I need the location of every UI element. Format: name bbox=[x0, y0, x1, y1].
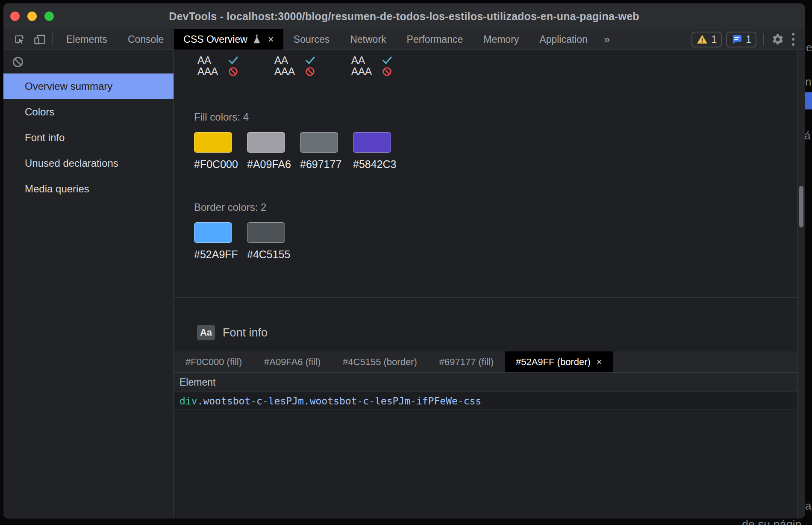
tab-elements[interactable]: Elements bbox=[56, 29, 118, 50]
screenshot-stage: e n á a de su págin DevTools - localhost… bbox=[0, 0, 812, 525]
page-behind-blue-block bbox=[805, 92, 812, 109]
fill-color-labels: #F0C000 #A09FA6 #697177 #5842C3 bbox=[194, 158, 406, 171]
element-table-row[interactable]: div.wootsbot-c-lesPJm.wootsbot-c-lesPJm-… bbox=[174, 392, 805, 410]
chip-a09fa6-fill[interactable]: #A09FA6 (fill) bbox=[253, 351, 332, 372]
warning-count: 1 bbox=[711, 34, 717, 45]
tab-network[interactable]: Network bbox=[340, 29, 396, 50]
sidebar-item-media-queries[interactable]: Media queries bbox=[3, 176, 174, 202]
issue-count: 1 bbox=[746, 34, 751, 45]
traffic-lights bbox=[10, 3, 54, 29]
warnings-badge[interactable]: 1 bbox=[691, 32, 722, 47]
check-icon bbox=[228, 56, 238, 65]
window-title: DevTools - localhost:3000/blog/resumen-d… bbox=[169, 10, 639, 23]
contrast-result-group: AA AAA bbox=[197, 55, 238, 77]
color-hex-label: #F0C000 bbox=[194, 158, 247, 171]
tab-memory[interactable]: Memory bbox=[473, 29, 529, 50]
color-hex-label: #A09FA6 bbox=[247, 158, 300, 171]
color-hex-label: #697177 bbox=[300, 158, 353, 171]
check-icon bbox=[382, 56, 392, 65]
fill-colors-heading: Fill colors: 4 bbox=[194, 111, 249, 123]
contrast-aa-label: AA bbox=[351, 54, 376, 66]
font-info-section-header: Aa Font info bbox=[197, 325, 268, 340]
page-behind-fragment: e bbox=[806, 41, 812, 54]
issues-badge[interactable]: 1 bbox=[726, 32, 756, 47]
contrast-result-group: AA AAA bbox=[274, 55, 315, 77]
border-colors-heading: Border colors: 2 bbox=[194, 201, 266, 213]
experiment-flask-icon bbox=[253, 34, 261, 44]
chip-52a9ff-border[interactable]: #52A9FF (border) × bbox=[505, 351, 613, 372]
tab-application[interactable]: Application bbox=[529, 29, 598, 50]
element-tag-link[interactable]: div bbox=[179, 395, 197, 407]
blocked-icon bbox=[228, 67, 238, 77]
vertical-scrollbar-thumb[interactable] bbox=[799, 186, 803, 227]
check-icon bbox=[305, 56, 315, 65]
page-behind-bottom-text: de su págin bbox=[742, 518, 802, 525]
border-color-swatches bbox=[194, 222, 285, 243]
chip-label: #52A9FF (border) bbox=[516, 357, 591, 368]
sidebar-item-font-info[interactable]: Font info bbox=[3, 125, 174, 150]
color-swatch[interactable] bbox=[300, 132, 338, 153]
warning-triangle-icon bbox=[697, 34, 708, 44]
color-swatch[interactable] bbox=[353, 132, 391, 153]
more-tabs-chevron-icon[interactable]: » bbox=[598, 29, 616, 50]
sidebar-item-unused-declarations[interactable]: Unused declarations bbox=[3, 150, 174, 176]
chip-f0c000-fill[interactable]: #F0C000 (fill) bbox=[174, 351, 253, 372]
sidebar-item-overview-summary[interactable]: Overview summary bbox=[3, 74, 174, 99]
tab-performance[interactable]: Performance bbox=[397, 29, 474, 50]
section-divider bbox=[174, 297, 805, 298]
color-hex-label: #52A9FF bbox=[194, 248, 247, 261]
font-aa-badge-icon: Aa bbox=[197, 325, 215, 340]
color-hex-label: #4C5155 bbox=[247, 248, 300, 261]
color-swatch[interactable] bbox=[247, 222, 285, 243]
settings-gear-icon[interactable] bbox=[771, 32, 785, 47]
tab-css-overview-label: CSS Overview bbox=[183, 34, 247, 45]
contrast-aa-label: AA bbox=[274, 54, 299, 66]
sidebar-item-colors[interactable]: Colors bbox=[3, 99, 174, 125]
title-bar: DevTools - localhost:3000/blog/resumen-d… bbox=[3, 3, 805, 29]
zoom-window-button[interactable] bbox=[44, 12, 54, 21]
page-behind-fragment: n bbox=[805, 75, 811, 88]
contrast-result-group: AA AAA bbox=[351, 55, 392, 77]
contrast-aaa-label: AAA bbox=[351, 65, 376, 77]
inspect-element-icon[interactable] bbox=[12, 32, 26, 47]
color-chip-tabs: #F0C000 (fill) #A09FA6 (fill) #4C5155 (b… bbox=[174, 351, 805, 373]
blocked-icon bbox=[382, 67, 392, 77]
close-window-button[interactable] bbox=[10, 12, 20, 21]
tab-sources[interactable]: Sources bbox=[283, 29, 340, 50]
more-options-kebab-icon[interactable] bbox=[789, 33, 797, 46]
sidebar-toolbar bbox=[3, 50, 174, 74]
page-behind-fragment: á bbox=[804, 129, 810, 142]
contrast-aaa-label: AAA bbox=[197, 65, 222, 77]
tab-css-overview[interactable]: CSS Overview × bbox=[174, 29, 283, 50]
toolbar-separator bbox=[763, 33, 764, 45]
css-overview-sidebar: Overview summary Colors Font info Unused… bbox=[3, 50, 174, 519]
chip-4c5155-border[interactable]: #4C5155 (border) bbox=[332, 351, 428, 372]
chip-697177-fill[interactable]: #697177 (fill) bbox=[428, 351, 505, 372]
color-swatch[interactable] bbox=[194, 222, 232, 243]
color-hex-label: #5842C3 bbox=[353, 158, 406, 171]
devtools-tab-bar: Elements Console CSS Overview × Sources … bbox=[3, 29, 805, 50]
issue-message-icon bbox=[731, 34, 742, 45]
page-behind-fragment: a bbox=[805, 499, 811, 513]
clear-overview-icon[interactable] bbox=[12, 56, 24, 68]
toolbar-separator bbox=[52, 33, 53, 45]
color-swatch[interactable] bbox=[194, 132, 232, 153]
minimize-window-button[interactable] bbox=[27, 12, 37, 21]
blocked-icon bbox=[305, 67, 315, 77]
close-chip-icon[interactable]: × bbox=[597, 357, 602, 368]
devtools-window: DevTools - localhost:3000/blog/resumen-d… bbox=[3, 3, 805, 519]
device-toolbar-icon[interactable] bbox=[32, 32, 47, 47]
element-table-header: Element bbox=[174, 373, 805, 392]
vertical-scrollbar-track[interactable] bbox=[797, 50, 805, 519]
font-info-section-title: Font info bbox=[223, 326, 268, 339]
element-classes-link[interactable]: .wootsbot-c-lesPJm.wootsbot-c-lesPJm-ifP… bbox=[197, 395, 482, 407]
tab-console[interactable]: Console bbox=[118, 29, 174, 50]
color-swatch[interactable] bbox=[247, 132, 285, 153]
fill-color-swatches bbox=[194, 132, 391, 153]
contrast-aa-label: AA bbox=[197, 54, 222, 66]
close-tab-icon[interactable]: × bbox=[268, 33, 274, 45]
border-color-labels: #52A9FF #4C5155 bbox=[194, 248, 300, 261]
contrast-aaa-label: AAA bbox=[274, 65, 299, 77]
